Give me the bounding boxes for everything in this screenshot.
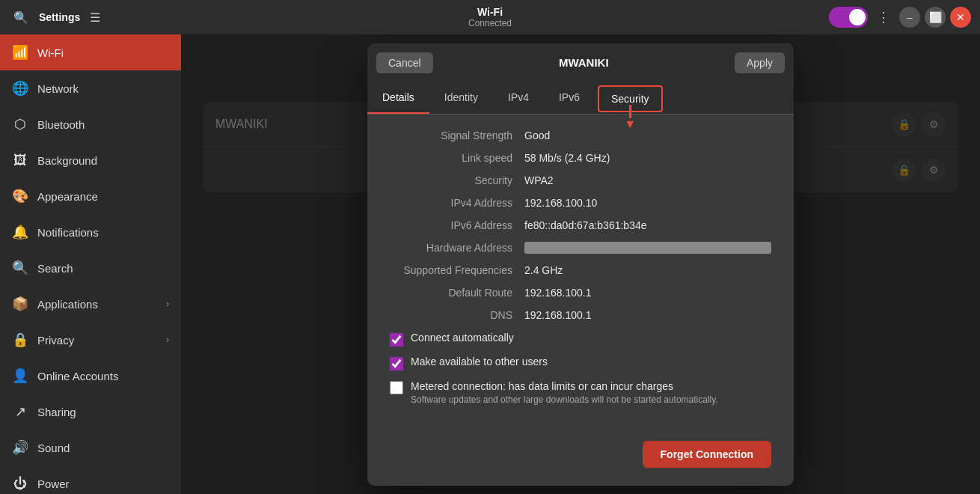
online-accounts-icon: 👤	[12, 368, 28, 384]
sidebar-item-online-accounts[interactable]: 👤Online Accounts	[0, 358, 181, 394]
metered-label[interactable]: Metered connection: has data limits or c…	[411, 380, 673, 392]
menu-icon[interactable]: ☰	[83, 5, 107, 29]
modal-overlay: Cancel MWANIKI Apply Details Identity IP…	[181, 34, 980, 494]
apply-button[interactable]: Apply	[735, 52, 785, 73]
modal-footer: Forget Connection	[367, 429, 794, 486]
hardware-address-label: Hardware Address	[390, 242, 524, 254]
main-layout: 📶Wi-Fi🌐Network⬡Bluetooth🖼Background🎨Appe…	[0, 34, 980, 494]
metered-checkbox[interactable]	[390, 381, 403, 394]
privacy-icon: 🔒	[12, 332, 28, 348]
modal-body: Signal Strength Good Link speed 58 Mb/s …	[367, 115, 794, 429]
wifi-status: Connected	[468, 18, 512, 28]
app-title: Settings	[39, 11, 80, 23]
window-controls: ⋮ – ⬜ ✕	[829, 6, 971, 28]
link-speed-label: Link speed	[390, 152, 524, 164]
sidebar-label-background: Background	[37, 154, 97, 167]
chevron-icon-applications: ›	[166, 299, 169, 309]
more-options-icon[interactable]: ⋮	[872, 6, 895, 28]
connect-auto-label[interactable]: Connect automatically	[411, 332, 514, 344]
ipv4-address-row: IPv4 Address 192.168.100.10	[390, 197, 771, 209]
default-route-row: Default Route 192.168.100.1	[390, 287, 771, 299]
ipv6-address-value: fe80::da0d:67a:b361:b34e	[524, 219, 771, 231]
make-available-label[interactable]: Make available to other users	[411, 356, 548, 368]
default-route-label: Default Route	[390, 287, 524, 299]
bluetooth-icon: ⬡	[12, 116, 28, 132]
supported-freq-label: Supported Frequencies	[390, 264, 524, 276]
metered-row: Metered connection: has data limits or c…	[390, 379, 771, 405]
content-area: MWANIKI 🔒 ⚙ 🔒 ⚙	[181, 34, 980, 494]
sidebar-label-power: Power	[37, 478, 70, 490]
ipv6-address-label: IPv6 Address	[390, 219, 524, 231]
sidebar-item-power[interactable]: ⏻Power	[0, 466, 181, 494]
network-settings-modal: Cancel MWANIKI Apply Details Identity IP…	[367, 43, 794, 486]
sidebar-label-notifications: Notifications	[37, 226, 99, 239]
sidebar-item-privacy[interactable]: 🔒Privacy›	[0, 322, 181, 358]
ipv6-address-row: IPv6 Address fe80::da0d:67a:b361:b34e	[390, 219, 771, 231]
modal-tabs: Details Identity IPv4 IPv6 Security ▼	[367, 82, 794, 115]
appearance-icon: 🎨	[12, 188, 28, 204]
cancel-button[interactable]: Cancel	[376, 52, 433, 73]
link-speed-value: 58 Mb/s (2.4 GHz)	[524, 152, 771, 164]
dns-row: DNS 192.168.100.1	[390, 309, 771, 321]
wifi-name: Wi-Fi	[468, 6, 512, 18]
tab-ipv4[interactable]: IPv4	[493, 82, 544, 114]
background-icon: 🖼	[12, 153, 28, 168]
tab-details[interactable]: Details	[367, 82, 429, 114]
link-speed-row: Link speed 58 Mb/s (2.4 GHz)	[390, 152, 771, 164]
signal-strength-value: Good	[524, 129, 771, 141]
connect-auto-row: Connect automatically	[390, 332, 771, 347]
sidebar-label-online-accounts: Online Accounts	[37, 370, 118, 382]
sidebar-label-applications: Applications	[37, 298, 98, 311]
sidebar-item-network[interactable]: 🌐Network	[0, 70, 181, 106]
forget-connection-button[interactable]: Forget Connection	[643, 441, 771, 468]
supported-freq-row: Supported Frequencies 2.4 GHz	[390, 264, 771, 276]
signal-strength-row: Signal Strength Good	[390, 129, 771, 141]
tab-ipv6[interactable]: IPv6	[544, 82, 595, 114]
connect-auto-checkbox[interactable]	[390, 333, 403, 347]
security-label: Security	[390, 174, 524, 186]
sound-icon: 🔊	[12, 439, 28, 456]
sidebar-item-sound[interactable]: 🔊Sound	[0, 430, 181, 466]
sidebar-item-applications[interactable]: 📦Applications›	[0, 286, 181, 322]
hardware-address-row: Hardware Address	[390, 242, 771, 254]
sidebar-item-bluetooth[interactable]: ⬡Bluetooth	[0, 106, 181, 142]
metered-sublabel: Software updates and other large downloa…	[411, 394, 718, 405]
default-route-value: 192.168.100.1	[524, 287, 771, 299]
sidebar-label-privacy: Privacy	[37, 334, 74, 347]
make-available-row: Make available to other users	[390, 356, 771, 370]
hardware-address-value	[524, 242, 771, 254]
sidebar-label-appearance: Appearance	[37, 190, 98, 203]
chevron-icon-privacy: ›	[166, 335, 169, 345]
dns-value: 192.168.100.1	[524, 309, 771, 321]
toggle-switch[interactable]	[829, 7, 868, 28]
close-button[interactable]: ✕	[950, 7, 971, 28]
sidebar-label-search: Search	[37, 262, 73, 275]
signal-strength-label: Signal Strength	[390, 129, 524, 141]
power-icon: ⏻	[12, 476, 28, 492]
wifi-icon: 📶	[12, 44, 28, 61]
maximize-button[interactable]: ⬜	[925, 7, 946, 28]
wifi-label: Wi-Fi Connected	[468, 6, 512, 28]
sidebar-item-appearance[interactable]: 🎨Appearance	[0, 178, 181, 214]
sharing-icon: ↗	[12, 403, 28, 420]
tab-security-container: Security ▼	[595, 82, 666, 114]
sidebar-item-wifi[interactable]: 📶Wi-Fi	[0, 34, 181, 70]
titlebar: 🔍 Settings ☰ Wi-Fi Connected ⋮ – ⬜ ✕	[0, 0, 980, 34]
sidebar-label-network: Network	[37, 82, 79, 95]
sidebar-item-background[interactable]: 🖼Background	[0, 142, 181, 178]
modal-header: Cancel MWANIKI Apply	[367, 43, 794, 82]
metered-label-group: Metered connection: has data limits or c…	[411, 379, 718, 405]
sidebar-item-search[interactable]: 🔍Search	[0, 250, 181, 286]
sidebar-label-sound: Sound	[37, 442, 70, 454]
sidebar-item-notifications[interactable]: 🔔Notifications	[0, 214, 181, 250]
minimize-button[interactable]: –	[899, 7, 920, 28]
search-icon[interactable]: 🔍	[9, 5, 33, 29]
make-available-checkbox[interactable]	[390, 357, 403, 370]
search-icon: 🔍	[12, 260, 28, 276]
sidebar: 📶Wi-Fi🌐Network⬡Bluetooth🖼Background🎨Appe…	[0, 34, 181, 494]
tab-identity[interactable]: Identity	[429, 82, 493, 114]
modal-title: MWANIKI	[433, 56, 735, 69]
sidebar-item-sharing[interactable]: ↗Sharing	[0, 394, 181, 430]
sidebar-label-bluetooth: Bluetooth	[37, 118, 85, 131]
supported-freq-value: 2.4 GHz	[524, 264, 771, 276]
